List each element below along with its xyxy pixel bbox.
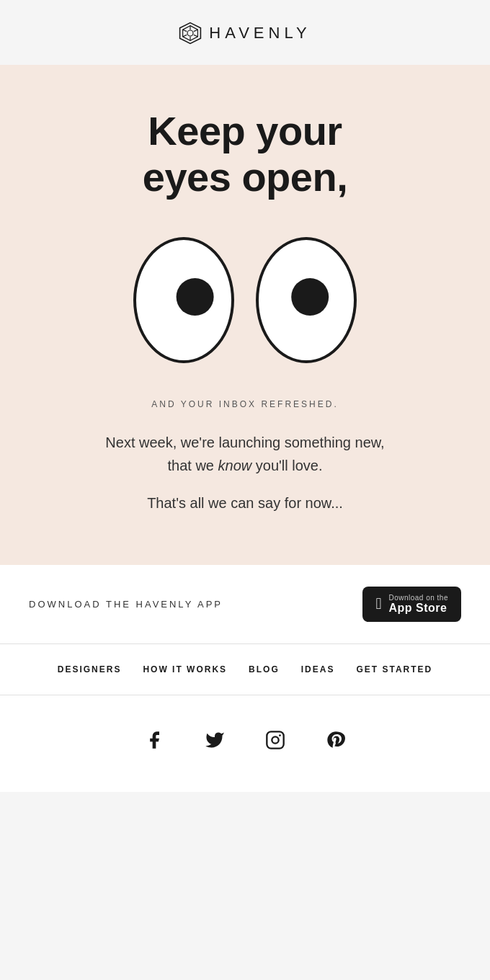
app-download-section: DOWNLOAD THE HAVENLY APP  Download on t…: [0, 565, 490, 644]
nav-item-how-it-works[interactable]: HOW IT WORKS: [143, 664, 227, 674]
svg-rect-9: [267, 731, 283, 748]
pinterest-icon[interactable]: [320, 724, 352, 756]
nav-item-blog[interactable]: BLOG: [249, 664, 280, 674]
hero-closing-text: That's all we can say for now...: [43, 491, 447, 514]
app-store-btn-small: Download on the: [388, 594, 448, 602]
svg-point-2: [187, 30, 193, 36]
svg-line-6: [194, 35, 198, 36]
social-section: [0, 695, 490, 792]
nav-item-ideas[interactable]: IDEAS: [301, 664, 335, 674]
logo[interactable]: HAVENLY: [179, 22, 311, 45]
instagram-icon[interactable]: [259, 724, 291, 756]
eyes-illustration: [43, 237, 447, 363]
svg-line-7: [194, 30, 198, 31]
svg-point-11: [279, 734, 281, 736]
app-store-btn-text: Download on the App Store: [388, 594, 448, 615]
hero-headline: Keep your eyes open,: [43, 108, 447, 201]
app-store-button[interactable]:  Download on the App Store: [362, 587, 461, 622]
nav-item-get-started[interactable]: GET STARTED: [356, 664, 432, 674]
svg-point-10: [272, 736, 278, 743]
apple-icon: : [375, 596, 381, 612]
app-download-label: DOWNLOAD THE HAVENLY APP: [29, 599, 223, 610]
havenly-logo-icon: [179, 22, 202, 45]
svg-line-8: [183, 35, 187, 36]
app-store-btn-large: App Store: [388, 602, 447, 615]
facebook-icon[interactable]: [138, 724, 170, 756]
right-pupil: [291, 278, 329, 316]
right-eye: [256, 237, 357, 363]
footer-nav: DESIGNERS HOW IT WORKS BLOG IDEAS GET ST…: [0, 644, 490, 695]
left-eye: [133, 237, 234, 363]
twitter-icon[interactable]: [199, 724, 231, 756]
site-header: HAVENLY: [0, 0, 490, 65]
left-pupil: [177, 278, 214, 316]
nav-item-designers[interactable]: DESIGNERS: [58, 664, 122, 674]
svg-line-5: [183, 30, 187, 31]
hero-section: Keep your eyes open, AND YOUR INBOX REFR…: [0, 65, 490, 565]
sub-tagline: AND YOUR INBOX REFRESHED.: [43, 399, 447, 409]
logo-text: HAVENLY: [209, 24, 311, 43]
hero-body-text: Next week, we're launching something new…: [43, 431, 447, 477]
